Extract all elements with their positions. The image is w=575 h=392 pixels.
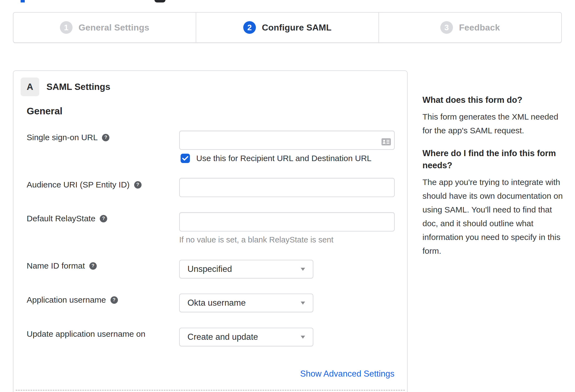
panel-title: SAML Settings <box>46 78 110 96</box>
advanced-settings-divider <box>16 390 405 391</box>
sidebar-answer-2: The app you're trying to integrate with … <box>422 175 566 258</box>
nameid-format-label-row: Name ID format ? <box>27 261 97 270</box>
relaystate-input[interactable] <box>179 212 395 231</box>
step-feedback[interactable]: 3 Feedback <box>378 13 561 42</box>
step-1-circle: 1 <box>60 21 73 34</box>
sso-url-help-icon[interactable]: ? <box>102 134 109 141</box>
nameid-format-select[interactable]: Unspecified <box>179 260 313 278</box>
audience-uri-input[interactable] <box>179 178 395 197</box>
step-2-label: Configure SAML <box>262 23 331 33</box>
general-section-heading: General <box>27 106 62 117</box>
section-a-badge: A <box>21 78 39 96</box>
step-configure-saml[interactable]: 2 Configure SAML <box>196 13 378 42</box>
show-advanced-settings-link[interactable]: Show Advanced Settings <box>300 369 394 379</box>
nameid-format-label: Name ID format <box>27 261 85 270</box>
app-username-select[interactable]: Okta username <box>179 294 313 312</box>
contact-card-icon[interactable] <box>382 138 391 145</box>
recipient-url-checkbox-row: Use this for Recipient URL and Destinati… <box>181 154 372 163</box>
app-username-label-row: Application username ? <box>27 295 118 305</box>
help-sidebar: What does this form do? This form genera… <box>422 94 566 268</box>
relaystate-help-icon[interactable]: ? <box>100 215 107 222</box>
relaystate-hint: If no value is set, a blank RelayState i… <box>179 235 333 244</box>
update-username-value: Create and update <box>187 332 258 342</box>
step-3-circle: 3 <box>440 21 453 34</box>
recipient-url-checkbox[interactable] <box>181 154 190 163</box>
chevron-down-icon <box>301 268 305 271</box>
relaystate-label-row: Default RelayState ? <box>27 214 107 223</box>
sidebar-answer-1: This form generates the XML needed for t… <box>422 110 566 137</box>
chevron-down-icon <box>301 302 305 305</box>
app-username-label: Application username <box>27 295 106 305</box>
update-username-label: Update application username on <box>27 329 145 339</box>
chevron-down-icon <box>301 336 305 339</box>
app-username-help-icon[interactable]: ? <box>110 296 118 304</box>
step-general-settings[interactable]: 1 General Settings <box>13 13 196 42</box>
step-3-label: Feedback <box>459 23 500 33</box>
nameid-format-help-icon[interactable]: ? <box>89 262 97 270</box>
cutoff-blue-artifact <box>21 0 25 2</box>
recipient-url-checkbox-label: Use this for Recipient URL and Destinati… <box>196 154 372 163</box>
update-username-select[interactable]: Create and update <box>179 328 313 346</box>
step-1-label: General Settings <box>79 23 150 33</box>
relaystate-label: Default RelayState <box>27 214 95 223</box>
nameid-format-value: Unspecified <box>187 264 232 274</box>
saml-settings-panel: A SAML Settings General Single sign-on U… <box>13 70 408 392</box>
sidebar-question-1: What does this form do? <box>422 94 566 106</box>
wizard-stepper: 1 General Settings 2 Configure SAML 3 Fe… <box>13 12 562 43</box>
sso-url-input[interactable] <box>179 131 395 150</box>
sso-url-label-row: Single sign-on URL ? <box>27 133 109 142</box>
step-2-circle: 2 <box>243 21 256 34</box>
audience-uri-help-icon[interactable]: ? <box>134 181 142 189</box>
audience-uri-label: Audience URI (SP Entity ID) <box>27 180 130 189</box>
checkmark-icon <box>182 156 188 161</box>
audience-uri-label-row: Audience URI (SP Entity ID) ? <box>27 180 142 189</box>
sidebar-question-2: Where do I find the info this form needs… <box>422 147 566 172</box>
cutoff-dark-icon-artifact <box>154 0 165 2</box>
sso-url-label: Single sign-on URL <box>27 133 98 142</box>
app-username-value: Okta username <box>187 298 246 308</box>
update-username-label-row: Update application username on <box>27 329 145 339</box>
